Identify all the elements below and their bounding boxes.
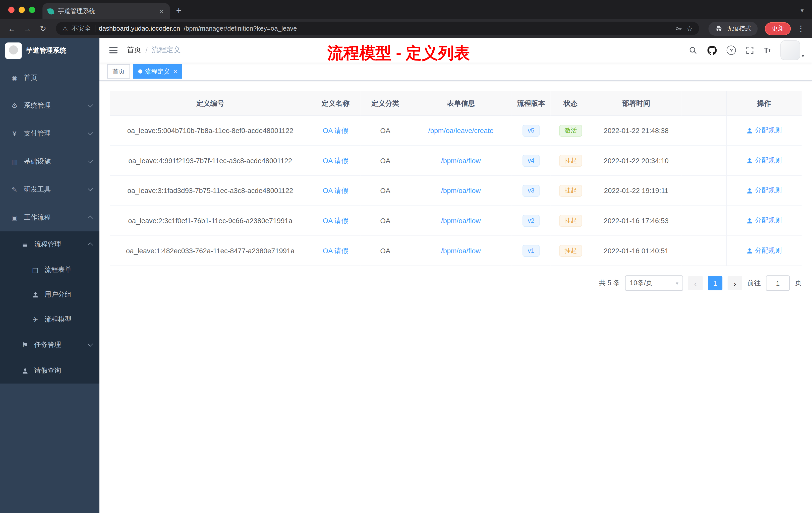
definition-name-link[interactable]: OA 请假 [323, 217, 348, 224]
cell-definition-id: oa_leave:4:991f2193-7b7f-11ec-a3c8-acde4… [110, 146, 311, 176]
sidebar-collapse-icon[interactable] [107, 44, 120, 57]
password-key-icon[interactable] [675, 25, 683, 32]
table-row: oa_leave:2:3c1f0ef1-76b1-11ec-9c66-a2380… [110, 206, 802, 236]
definition-name-link[interactable]: OA 请假 [323, 247, 348, 254]
assign-rule-link[interactable]: 分配规则 [746, 126, 782, 135]
browser-toolbar: ← → ↻ ⚠ 不安全 dashboard.yudao.iocoder.cn/b… [0, 19, 812, 38]
page-number-1[interactable]: 1 [708, 276, 722, 291]
address-bar[interactable]: ⚠ 不安全 dashboard.yudao.iocoder.cn/bpm/man… [56, 22, 699, 35]
url-host: dashboard.yudao.iocoder.cn [99, 25, 180, 32]
forward-button[interactable]: → [21, 22, 34, 35]
github-icon[interactable] [707, 46, 717, 55]
sidebar-item-system[interactable]: ⚙系统管理 [0, 92, 99, 119]
cell-action: 分配规则 [726, 146, 802, 176]
page-size-select[interactable]: 10条/页 ▾ [625, 275, 683, 291]
sidebar-item-workflow[interactable]: ▣工作流程 [0, 204, 99, 232]
dev-tools-icon: ✎ [10, 185, 19, 193]
update-browser-button[interactable]: 更新 [765, 22, 791, 35]
assign-rule-link[interactable]: 分配规则 [746, 156, 782, 165]
font-size-icon[interactable]: TT [764, 46, 771, 55]
tab-close-icon[interactable]: × [158, 7, 165, 15]
definition-name-link[interactable]: OA 请假 [323, 187, 348, 194]
cell-deploy-time: 2022-01-22 21:48:38 [591, 116, 682, 146]
bookmark-star-icon[interactable]: ☆ [687, 24, 693, 33]
cell-category: OA [360, 116, 410, 146]
sidebar: 芋道管理系统 ◉首页⚙系统管理¥支付管理▦基础设施✎研发工具▣工作流程 ≣流程管… [0, 38, 99, 513]
status-badge: 挂起 [559, 215, 582, 227]
browser-tab[interactable]: 芋道管理系统 × [42, 3, 170, 19]
workflow-icon: ▣ [10, 214, 19, 221]
column-header-definition-id: 定义编号 [110, 91, 311, 116]
sidebar-item-dev-tools[interactable]: ✎研发工具 [0, 175, 99, 203]
user-icon [746, 217, 753, 224]
definition-name-link[interactable]: OA 请假 [323, 126, 348, 134]
tag-process-definition[interactable]: 流程定义 × [133, 64, 182, 79]
status-badge: 挂起 [559, 185, 582, 197]
reload-button[interactable]: ↻ [36, 22, 50, 35]
breadcrumb-current: 流程定义 [152, 46, 181, 55]
cell-filler [682, 116, 726, 146]
sidebar-item-label: 工作流程 [24, 213, 51, 222]
browser-menu-icon[interactable]: ⋮ [793, 24, 807, 33]
column-header-status: 状态 [550, 91, 591, 116]
chevron-down-icon [88, 341, 93, 346]
tag-close-icon[interactable]: × [174, 68, 177, 75]
select-caret-down-icon: ▾ [676, 280, 678, 286]
breadcrumb-home[interactable]: 首页 [127, 46, 141, 55]
sidebar-item-task-management[interactable]: ⚑任务管理 [0, 332, 99, 358]
search-icon[interactable] [689, 46, 698, 55]
sidebar-item-process-form[interactable]: ▤流程表单 [0, 257, 99, 282]
assign-rule-link[interactable]: 分配规则 [746, 186, 782, 195]
back-button[interactable]: ← [5, 22, 19, 35]
next-page-button[interactable]: › [728, 276, 742, 291]
avatar [780, 40, 800, 60]
cell-status: 挂起 [550, 176, 591, 206]
assign-rule-link[interactable]: 分配规则 [746, 246, 782, 255]
table-row: oa_leave:4:991f2193-7b7f-11ec-a3c8-acde4… [110, 146, 802, 176]
sidebar-item-payment[interactable]: ¥支付管理 [0, 119, 99, 147]
table-row: oa_leave:5:004b710b-7b8a-11ec-8ef0-acde4… [110, 116, 802, 146]
user-avatar-menu[interactable]: ▾ [780, 40, 804, 60]
assign-rule-link[interactable]: 分配规则 [746, 216, 782, 225]
cell-definition-name: OA 请假 [311, 176, 360, 206]
form-link[interactable]: /bpm/oa/flow [441, 187, 481, 195]
minimize-window-button[interactable] [19, 6, 25, 13]
sidebar-item-user-group[interactable]: 用户分组 [0, 282, 99, 307]
pagination: 共 5 条 10条/页 ▾ ‹ 1 › 前往 页 [110, 275, 802, 291]
tag-home[interactable]: 首页 [107, 64, 130, 79]
column-header-definition-name: 定义名称 [311, 91, 360, 116]
close-window-button[interactable] [8, 6, 14, 13]
table-header-row: 定义编号 定义名称 定义分类 表单信息 流程版本 状态 部署时间 操作 [110, 91, 802, 116]
sidebar-item-process-model[interactable]: ✈流程模型 [0, 307, 99, 332]
gear-icon: ⚙ [10, 102, 19, 110]
form-link[interactable]: /bpm/oa/flow [441, 157, 481, 164]
zoom-window-button[interactable] [29, 6, 35, 13]
goto-page-input[interactable] [766, 275, 790, 291]
form-link[interactable]: /bpm/oa/leave/create [428, 127, 494, 134]
sidebar-menu: ◉首页⚙系统管理¥支付管理▦基础设施✎研发工具▣工作流程 [0, 64, 99, 232]
breadcrumb-separator: / [146, 46, 148, 55]
cell-category: OA [360, 206, 410, 236]
cell-deploy-time: 2022-01-22 20:34:10 [591, 146, 682, 176]
sidebar-item-process-management[interactable]: ≣流程管理 [0, 232, 99, 257]
sidebar-item-label: 基础设施 [24, 157, 51, 166]
table-row: oa_leave:1:482ec033-762a-11ec-8477-a2380… [110, 236, 802, 266]
prev-page-button[interactable]: ‹ [688, 276, 703, 291]
yen-icon: ¥ [10, 130, 19, 138]
sidebar-item-home[interactable]: ◉首页 [0, 64, 99, 92]
form-link[interactable]: /bpm/oa/flow [441, 247, 481, 255]
url-divider [95, 25, 95, 32]
table-row: oa_leave:3:1fad3d93-7b75-11ec-a3c8-acde4… [110, 176, 802, 206]
security-warning-icon: ⚠ [62, 25, 68, 32]
fullscreen-icon[interactable] [746, 46, 754, 55]
app-logo-row[interactable]: 芋道管理系统 [0, 38, 99, 64]
new-tab-button[interactable]: + [170, 5, 188, 19]
help-icon[interactable]: ? [727, 46, 736, 55]
sidebar-item-infrastructure[interactable]: ▦基础设施 [0, 148, 99, 175]
tab-search-chevron-icon[interactable]: ▾ [801, 7, 812, 19]
definition-name-link[interactable]: OA 请假 [323, 157, 348, 164]
column-header-version: 流程版本 [512, 91, 551, 116]
sidebar-item-leave-query[interactable]: 请假查询 [0, 358, 99, 384]
cell-definition-name: OA 请假 [311, 206, 360, 236]
form-link[interactable]: /bpm/oa/flow [441, 217, 481, 224]
